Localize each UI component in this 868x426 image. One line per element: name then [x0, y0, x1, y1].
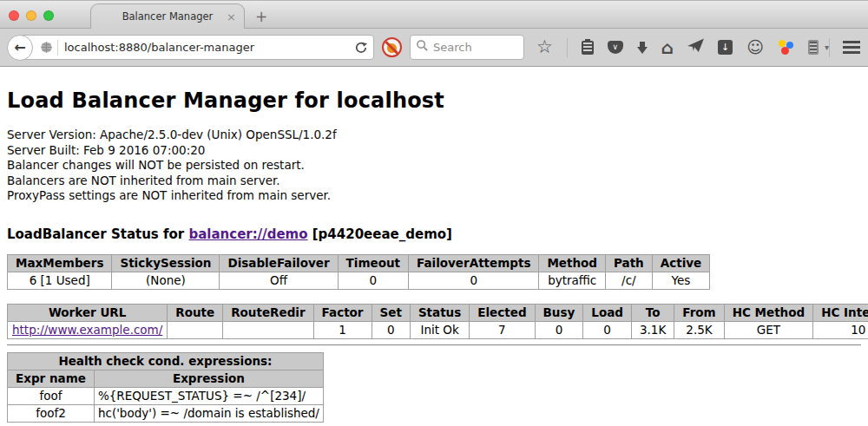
tab-strip: Balancer Manager × + [0, 0, 868, 29]
cell-status: Init Ok [410, 321, 469, 338]
downloads-icon[interactable] [637, 47, 648, 54]
colored-dots-icon[interactable] [778, 39, 794, 56]
health-table-title: Health check cond. expressions: [8, 352, 324, 370]
col-load: Load [583, 304, 632, 321]
search-icon [416, 39, 429, 56]
toolbar-divider-2 [829, 38, 830, 57]
toolbar-divider [567, 38, 568, 57]
menu-buttons [829, 38, 868, 57]
tab-close-icon[interactable]: × [227, 11, 236, 23]
col-hc-interval: HC Interval [813, 304, 868, 321]
cell-expression: hc('body') =~ /domain is established/ [94, 404, 323, 422]
pocket-icon[interactable]: ∨ [608, 41, 623, 54]
cell-expr-name: foof [8, 387, 95, 404]
minimize-window-button[interactable] [26, 10, 36, 21]
back-button[interactable]: ← [7, 35, 33, 61]
page-title: Load Balancer Manager for localhost [7, 67, 861, 128]
page-content: Load Balancer Manager for localhost Serv… [0, 67, 868, 425]
health-check-table: Health check cond. expressions: Expr nam… [7, 352, 324, 423]
col-route: Route [168, 304, 223, 321]
new-tab-button[interactable]: + [255, 8, 267, 25]
browser-window: Balancer Manager × + ← ☆ [0, 0, 868, 426]
table-header-row: MaxMembers StickySession DisableFailover… [8, 254, 710, 272]
worker-url-link[interactable]: http://www.example.com/ [12, 323, 162, 337]
battery-icon[interactable] [808, 40, 819, 55]
traffic-lights [9, 10, 54, 21]
paper-plane-icon[interactable] [687, 38, 704, 56]
status-heading-suffix: [p4420eeae_demo] [308, 226, 452, 242]
col-timeout: Timeout [338, 254, 408, 272]
cell-factor: 1 [313, 321, 372, 338]
smiley-icon[interactable]: ☺ [746, 39, 764, 56]
url-input[interactable] [64, 41, 349, 54]
divider-rule [7, 344, 861, 346]
home-icon[interactable]: ⌂ [661, 39, 674, 56]
cell-expression: %{REQUEST_STATUS} =~ /^[234]/ [94, 387, 323, 404]
col-factor: Factor [313, 304, 372, 321]
col-worker-url: Worker URL [8, 304, 168, 321]
close-window-button[interactable] [9, 10, 19, 21]
col-maxmembers: MaxMembers [8, 254, 112, 272]
search-bar[interactable] [410, 35, 524, 60]
col-path: Path [606, 254, 653, 272]
balancers-note-line: Balancers are NOT inherited from main se… [7, 174, 861, 189]
table-row: foof2 hc('body') =~ /domain is establish… [8, 404, 324, 422]
navigation-toolbar: ← ☆ ∨ ⌂ [0, 29, 868, 67]
dot-yellow [779, 40, 786, 47]
col-busy: Busy [535, 304, 583, 321]
cell-stickysession: (None) [112, 272, 220, 289]
col-failoverattempts: FailoverAttempts [409, 254, 539, 272]
cell-expr-name: foof2 [8, 404, 95, 422]
globe-icon [40, 41, 53, 54]
balancer-settings-table: MaxMembers StickySession DisableFailover… [7, 254, 710, 290]
tab-balancer-manager[interactable]: Balancer Manager × [90, 3, 245, 29]
url-divider [57, 40, 58, 56]
cell-failoverattempts: 0 [409, 272, 539, 289]
cell-path: /c/ [606, 272, 653, 289]
persist-note-line: Balancer changes will NOT be persisted o… [7, 158, 861, 174]
cell-busy: 0 [535, 321, 583, 338]
url-bar[interactable] [20, 35, 374, 60]
loadbalancer-status-heading: LoadBalancer Status for balancer://demo … [7, 226, 861, 242]
bookmark-star-icon[interactable]: ☆ [536, 38, 553, 56]
col-stickysession: StickySession [112, 254, 220, 272]
plugin-blocked-icon[interactable] [382, 37, 402, 57]
table-header-row: Worker URL Route RouteRedir Factor Set S… [8, 304, 868, 321]
cell-load: 0 [583, 321, 632, 338]
clipboard-icon[interactable] [582, 41, 594, 55]
col-set: Set [372, 304, 410, 321]
square-download-icon[interactable]: ↓ [718, 40, 733, 55]
cell-hc-interval: 10 [813, 321, 868, 338]
cell-worker-url: http://www.example.com/ [8, 321, 168, 338]
tab-title: Balancer Manager [122, 10, 214, 23]
col-from: From [674, 304, 724, 321]
cell-maxmembers: 6 [1 Used] [8, 272, 112, 289]
down-arrow-icon: ↓ [721, 43, 729, 52]
cell-routeredir [223, 321, 313, 338]
hamburger-menu-icon[interactable] [843, 41, 860, 54]
back-arrow-icon: ← [14, 39, 25, 56]
reload-icon[interactable] [349, 42, 373, 54]
cell-active: Yes [652, 272, 710, 289]
table-row: 6 [1 Used] (None) Off 0 0 bytraffic /c/ … [8, 272, 710, 289]
col-expr-name: Expr name [8, 370, 95, 387]
zoom-window-button[interactable] [43, 10, 54, 21]
col-hc-method: HC Method [724, 304, 813, 321]
cell-set: 0 [372, 321, 410, 338]
cell-method: bytraffic [539, 272, 606, 289]
cell-from: 2.5K [674, 321, 724, 338]
cell-to: 3.1K [631, 321, 674, 338]
worker-table: Worker URL Route RouteRedir Factor Set S… [7, 304, 868, 339]
col-routeredir: RouteRedir [223, 304, 313, 321]
pocket-chevron-icon: ∨ [613, 43, 619, 51]
col-disablefailover: DisableFailover [220, 254, 338, 272]
search-input[interactable] [429, 41, 518, 54]
worker-row: http://www.example.com/ 1 0 Init Ok 7 0 … [8, 321, 868, 338]
balancer-demo-link[interactable]: balancer://demo [188, 226, 307, 242]
cell-disablefailover: Off [220, 272, 338, 289]
dot-red [781, 47, 789, 55]
table-title-row: Health check cond. expressions: [8, 352, 324, 370]
server-built-line: Server Built: Feb 9 2016 07:00:20 [7, 143, 861, 159]
cell-hc-method: GET [724, 321, 813, 338]
col-elected: Elected [470, 304, 535, 321]
